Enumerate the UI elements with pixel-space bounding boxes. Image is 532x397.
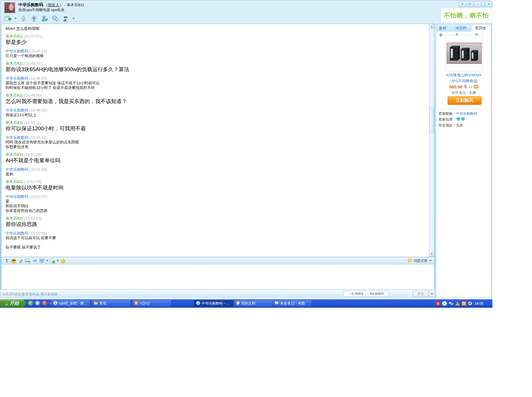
avatar[interactable]: [4, 2, 16, 13]
sidebar-tab[interactable]: 淘宝档案: [453, 24, 472, 32]
chat-messages[interactable]: 65AH 怎么是65度呢幸木石811 (15:47:07):那是多少中华乐购数码…: [1, 24, 434, 257]
sender-name[interactable]: 中华乐购数码: [6, 108, 28, 112]
close-button[interactable]: ✕: [485, 1, 492, 7]
pin-icon[interactable]: [466, 1, 473, 7]
message-time: (15:47:07):: [23, 34, 43, 38]
send-dropdown-icon: [431, 293, 433, 295]
quote-reply-icon[interactable]: [31, 258, 38, 264]
taskbar-button[interactable]: Sups吧_贴吧 - 搜...: [51, 300, 91, 307]
tray-collapse-icon[interactable]: [442, 301, 447, 306]
sender-name[interactable]: 中华乐购数码: [6, 135, 28, 140]
taskbar-button[interactable]: 中华乐购数码 - ...: [194, 300, 233, 307]
sender-name[interactable]: 中华乐购数码: [6, 231, 28, 235]
message-time: (15:50:34):: [28, 135, 48, 140]
screenshot-icon[interactable]: [38, 258, 45, 264]
sender-name[interactable]: 幸木石811: [6, 93, 23, 97]
window-shake-icon[interactable]: [17, 258, 24, 264]
buy-now-button[interactable]: 立刻购买: [448, 96, 482, 105]
message-text: 呵呵 现在还没有研究出来那么好的点东西呢: [6, 140, 430, 145]
sender-name[interactable]: 幸木石811: [6, 61, 23, 66]
paren-close: ）: [60, 3, 63, 7]
status-bar: 6月200多款最受宠单品 遭买家疯抢 ↓ 0.7KB/S | ↑ 64.6KB/…: [0, 290, 435, 298]
sender-name[interactable]: 幸木石811: [6, 152, 23, 157]
history-dropdown-icon[interactable]: [429, 260, 432, 261]
sender-name[interactable]: 中华乐购数码: [6, 167, 28, 172]
add-contact-icon[interactable]: [40, 15, 49, 22]
send-file-icon[interactable]: [3, 15, 12, 22]
chat-message: 幸木石811 (15:49:55):怎么叫我不需要知道，我是买东西的，我不该知道…: [6, 93, 430, 105]
seller-region-label: 所在地区：: [438, 123, 456, 127]
taskbar-button[interactable]: 未命名12 - 画图: [273, 300, 312, 307]
sender-name[interactable]: 幸木石811: [6, 179, 23, 184]
sold-value: 0 件: [470, 91, 476, 95]
send-options-dropdown[interactable]: [429, 291, 435, 297]
scrollbar-thumb[interactable]: [429, 108, 434, 133]
voice-chat-icon[interactable]: [19, 15, 28, 22]
remote-assist-icon[interactable]: [51, 15, 60, 22]
taskbar-button[interactable]: 我的文档: [234, 300, 273, 307]
send-file-dropdown-icon[interactable]: [14, 18, 17, 19]
scroll-up-icon[interactable]: ▲: [429, 24, 434, 29]
shop-signature: 批发ups不间断电源 ups电池: [18, 8, 64, 13]
text-note-icon[interactable]: [49, 258, 56, 264]
network-icon[interactable]: [449, 302, 453, 306]
sender-name[interactable]: 中华乐购数码: [6, 49, 28, 53]
send-button[interactable]: 发送: [413, 291, 429, 297]
font-format-icon[interactable]: T: [3, 258, 10, 264]
message-header: 幸木石811 (15:52:43):: [6, 216, 430, 221]
help-icon[interactable]: ?: [459, 1, 466, 7]
sidebar-tab[interactable]: 宝贝信息: [472, 24, 491, 32]
message-history-button[interactable]: 消息记录: [408, 258, 432, 263]
sender-name[interactable]: 中华乐购数码: [6, 194, 28, 199]
ad-banner[interactable]: 不怕晒，晒不怕: [441, 8, 492, 23]
stranger-link[interactable]: 陌生人: [48, 3, 60, 7]
media-tray-icon[interactable]: N: [462, 301, 466, 306]
sender-name[interactable]: 幸木石811: [6, 216, 23, 220]
taskbar-button-label: 我的文档: [241, 301, 255, 306]
emoticon-icon[interactable]: [10, 258, 17, 264]
chat-scrollbar[interactable]: ▲ ▼: [429, 24, 434, 257]
message-time: (15:49:24):: [28, 76, 48, 81]
message-header: 幸木石811 (15:47:07):: [6, 34, 430, 39]
message-text: 、: [6, 240, 430, 245]
message-header: 幸木石811 (15:49:55):: [6, 93, 430, 98]
sender-name[interactable]: 幸木石811: [6, 34, 23, 38]
taskbar-button[interactable]: 青花: [92, 300, 131, 307]
product-name-line1[interactable]: ATA珠海山特1000VA: [436, 73, 491, 78]
note-dropdown-icon[interactable]: [57, 260, 59, 261]
title-dash: -: [64, 3, 65, 7]
scroll-down-icon[interactable]: ▼: [429, 251, 434, 256]
seller-nick-link[interactable]: 中华乐购数码: [456, 112, 477, 116]
promo-link[interactable]: 6月200多款最受宠单品 遭买家疯抢: [3, 292, 58, 297]
video-chat-icon[interactable]: [30, 15, 38, 22]
seller-nick-label: 卖家昵称：: [438, 112, 456, 116]
message-text: 是的: [6, 172, 430, 177]
send-image-icon[interactable]: [24, 258, 31, 264]
product-image-frame[interactable]: [446, 35, 483, 71]
message-input[interactable]: [1, 264, 434, 290]
chat-message: 中华乐购数码 (15:49:24):那我怎么算 这个你不需要知道 保证不低于12…: [6, 76, 430, 90]
taskbar-button-label: 中华乐购数码 - ...: [202, 301, 229, 306]
product-name-line2[interactable]: UPS不间断电源: [436, 78, 491, 84]
report-dropdown-icon[interactable]: [72, 18, 75, 19]
language-warning-icon[interactable]: A: [455, 301, 460, 306]
taskbar-button[interactable]: YOYO: [132, 300, 171, 307]
report-user-icon[interactable]: [61, 15, 70, 22]
minimize-button[interactable]: –: [474, 1, 481, 7]
sender-name[interactable]: 中华乐购数码: [6, 76, 28, 81]
history-bubble-icon: [408, 259, 412, 263]
clock[interactable]: 16:05: [475, 302, 483, 306]
message-text: 你想要也没有: [6, 145, 430, 149]
message-text: 到时候你不能待机12小时了 你是不是还要找我对不对: [6, 85, 430, 90]
message-text: AH不就是个电量单位吗: [6, 157, 430, 164]
chat-message: 65AH 怎么是65度呢: [6, 26, 430, 31]
message-history-label: 消息记录: [414, 258, 428, 263]
sogou-input-icon[interactable]: S: [436, 301, 440, 306]
screenshot-dropdown-icon[interactable]: [46, 260, 48, 261]
sender-name[interactable]: 幸木石811: [6, 120, 23, 125]
buzz-bell-icon[interactable]: [60, 258, 67, 264]
message-time: (15:49:58):: [28, 108, 48, 112]
volume-icon[interactable]: [468, 301, 472, 306]
sidebar-tab[interactable]: 新鲜事: [436, 24, 452, 32]
product-photo[interactable]: [447, 43, 482, 64]
